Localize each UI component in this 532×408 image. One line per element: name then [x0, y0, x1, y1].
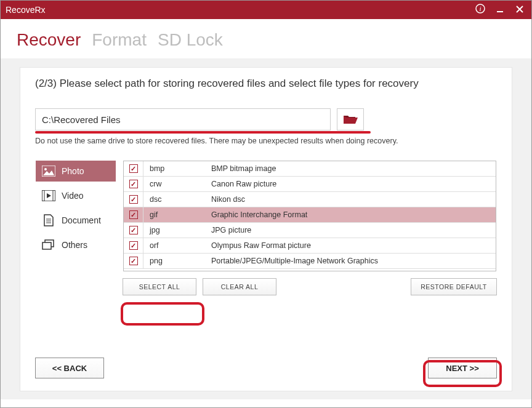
file-desc: Olympus Raw Format picture — [211, 241, 496, 250]
file-ext: orf — [143, 241, 211, 250]
info-icon[interactable]: i — [474, 4, 487, 16]
video-icon — [42, 190, 55, 201]
svg-point-6 — [44, 168, 47, 170]
file-type-list: ✓ bmp BMP bitmap image ✓ crw Canon Raw p… — [123, 161, 496, 271]
file-ext: jpg — [143, 226, 211, 234]
category-label: Video — [62, 191, 84, 201]
file-ext: png — [143, 257, 211, 265]
category-list: Photo Video Document — [36, 161, 116, 271]
file-ext: dsc — [143, 195, 211, 204]
content-area: (2/3) Please select path for storing rec… — [1, 59, 531, 399]
file-desc: Nikon dsc — [211, 195, 496, 204]
checkbox[interactable]: ✓ — [129, 164, 138, 173]
titlebar: RecoveRx i — [1, 1, 531, 19]
file-desc: BMP bitmap image — [211, 164, 496, 173]
file-type-row[interactable]: ✓ gif Graphic Interchange Format — [124, 207, 496, 223]
close-button[interactable] — [513, 4, 526, 15]
step-title: (2/3) Please select path for storing rec… — [35, 78, 497, 90]
checkbox[interactable]: ✓ — [129, 226, 138, 234]
checkbox[interactable]: ✓ — [129, 180, 138, 188]
others-icon — [42, 239, 55, 250]
wizard-panel: (2/3) Please select path for storing rec… — [20, 67, 512, 391]
file-type-row[interactable]: ✓ orf Olympus Raw Format picture — [124, 238, 496, 254]
category-label: Document — [62, 215, 101, 225]
document-icon — [42, 215, 55, 226]
svg-rect-14 — [42, 242, 51, 249]
select-all-button[interactable]: SELECT ALL — [123, 278, 196, 295]
tab-sdlock[interactable]: SD Lock — [158, 30, 223, 50]
checkbox[interactable]: ✓ — [129, 210, 138, 219]
category-photo[interactable]: Photo — [36, 161, 116, 182]
next-button[interactable]: NEXT >> — [428, 358, 497, 378]
file-type-row[interactable]: ✓ crw Canon Raw picture — [124, 177, 496, 192]
minimize-button[interactable] — [493, 4, 507, 15]
file-type-row[interactable]: ✓ dsc Nikon dsc — [124, 192, 496, 207]
window-controls: i — [474, 4, 526, 16]
folder-open-icon — [343, 114, 358, 125]
file-desc: Graphic Interchange Format — [211, 210, 496, 219]
category-label: Others — [62, 240, 87, 250]
main-tabs: Recover Format SD Lock — [17, 30, 515, 50]
tab-recover[interactable]: Recover — [17, 30, 81, 50]
file-ext: bmp — [143, 164, 211, 173]
file-type-row[interactable]: ✓ png Portable/JPEG/Multiple-Image Netwo… — [124, 254, 496, 269]
checkbox[interactable]: ✓ — [129, 195, 138, 204]
annotation-underline — [35, 131, 371, 134]
browse-button[interactable] — [337, 108, 364, 130]
checkbox[interactable]: ✓ — [129, 241, 138, 250]
file-desc: Portable/JPEG/Multiple-Image Network Gra… — [211, 257, 496, 265]
svg-rect-2 — [497, 11, 503, 12]
svg-text:i: i — [479, 5, 481, 12]
selection-area: Photo Video Document — [35, 160, 497, 272]
category-video[interactable]: Video — [36, 185, 116, 206]
file-type-row[interactable]: ✓ bmp BMP bitmap image — [124, 161, 496, 177]
header: Recover Format SD Lock — [1, 19, 531, 59]
path-input[interactable] — [35, 108, 331, 130]
file-desc: JPG picture — [211, 226, 496, 234]
category-label: Photo — [62, 166, 84, 176]
photo-icon — [42, 166, 55, 177]
category-others[interactable]: Others — [36, 234, 116, 255]
file-type-scroll[interactable]: ✓ bmp BMP bitmap image ✓ crw Canon Raw p… — [124, 161, 496, 271]
category-document[interactable]: Document — [36, 210, 116, 231]
path-row — [35, 108, 497, 130]
file-ext: crw — [143, 180, 211, 188]
warning-text: Do not use the same drive to store recov… — [35, 137, 497, 145]
clear-all-button[interactable]: CLEAR ALL — [203, 278, 276, 295]
restore-default-button[interactable]: RESTORE DEFAULT — [411, 278, 497, 295]
navigation-row: << BACK NEXT >> — [35, 345, 497, 378]
back-button[interactable]: << BACK — [35, 358, 104, 378]
file-type-row[interactable]: ✓ jpg JPG picture — [124, 223, 496, 238]
checkbox[interactable]: ✓ — [129, 257, 138, 265]
file-ext: gif — [143, 210, 211, 219]
tab-format[interactable]: Format — [92, 30, 147, 50]
app-name: RecoveRx — [6, 5, 46, 15]
file-desc: Canon Raw picture — [211, 180, 496, 188]
